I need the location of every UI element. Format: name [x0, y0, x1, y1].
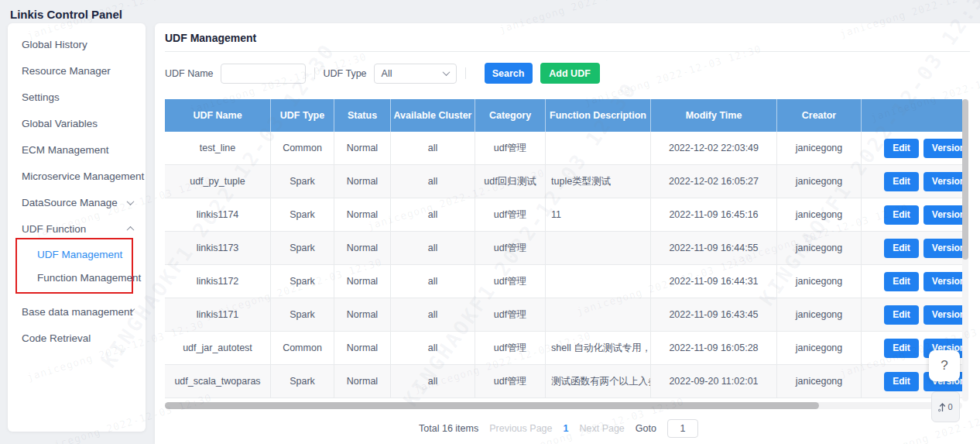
udf-type-selected-value: All — [382, 68, 392, 79]
sidebar-item-ecm-management[interactable]: ECM Management — [8, 136, 146, 163]
chevron-down-icon — [442, 68, 450, 76]
version-list-button[interactable]: Version List — [923, 172, 962, 191]
column-header-actions — [862, 99, 962, 132]
cell-category: udf管理 — [475, 265, 546, 298]
cell-creator: janicegong — [777, 165, 862, 198]
column-header-udf-type: UDF Type — [271, 99, 334, 132]
udf-type-select[interactable]: All — [374, 64, 457, 84]
cell-udf-name: udf_jar_autotest — [165, 332, 271, 365]
cell-modify-time: 2022-11-09 16:43:45 — [651, 298, 777, 332]
cell-status: Normal — [334, 298, 391, 332]
cell-modify-time: 2022-11-09 16:44:55 — [651, 232, 777, 265]
cell-udf-type: Common — [271, 132, 334, 165]
version-list-button[interactable]: Version List — [923, 139, 962, 158]
chevron-up-icon — [127, 225, 135, 233]
cell-creator: janicegong — [777, 265, 862, 298]
cell-status: Normal — [334, 132, 391, 165]
cell-modify-time: 2022-11-09 16:44:31 — [651, 265, 777, 298]
cell-cluster: all — [391, 165, 475, 198]
sidebar-subitem-udf-management[interactable]: UDF Management — [17, 243, 132, 266]
upload-status-button[interactable]: 0 — [931, 391, 960, 422]
divider — [165, 51, 970, 52]
edit-button[interactable]: Edit — [884, 339, 919, 358]
cell-udf-type: Spark — [271, 298, 334, 332]
udf-type-label: UDF Type — [324, 68, 367, 79]
cell-cluster: all — [391, 132, 475, 165]
search-button[interactable]: Search — [485, 63, 533, 84]
main-content: UDF Management UDF Name UDF Type All Sea… — [155, 23, 980, 444]
cell-category: udf管理 — [475, 332, 546, 365]
udf-table: UDF Name UDF Type Status Available Clust… — [165, 99, 962, 398]
cell-udf-name: linkis1171 — [165, 298, 271, 332]
sidebar-item-label: UDF Function — [22, 223, 86, 235]
column-header-available-cluster: Available Cluster — [391, 99, 475, 132]
column-header-status: Status — [334, 99, 391, 132]
cell-description — [546, 132, 651, 165]
cell-cluster: all — [391, 332, 475, 365]
cell-cluster: all — [391, 365, 475, 398]
cell-creator: janicegong — [777, 365, 862, 398]
version-list-button[interactable]: Version List — [923, 305, 962, 325]
sidebar-item-label: ECM Management — [22, 144, 109, 156]
cell-description — [546, 232, 651, 265]
cell-description: 测试函数有两个以上入参... — [546, 365, 651, 398]
pagination: Total 16 items Previous Page 1 Next Page… — [155, 419, 962, 438]
cell-status: Normal — [334, 198, 391, 232]
edit-button[interactable]: Edit — [884, 205, 919, 225]
edit-button[interactable]: Edit — [884, 272, 919, 291]
cell-creator: janicegong — [777, 132, 862, 165]
sidebar-item-base-data-management[interactable]: Base data management — [8, 298, 146, 325]
vertical-scrollbar-track — [962, 99, 968, 401]
sidebar-item-microservice-management[interactable]: Microservice Management — [8, 163, 146, 189]
upload-arrow-icon — [938, 402, 947, 412]
goto-page-input[interactable] — [667, 419, 698, 438]
add-udf-button[interactable]: Add UDF — [540, 63, 600, 84]
version-list-button[interactable]: Version List — [923, 205, 962, 225]
next-page-button[interactable]: Next Page — [579, 423, 624, 434]
cell-actions: Edit Version List — [862, 132, 962, 165]
cell-creator: janicegong — [777, 332, 862, 365]
cell-modify-time: 2022-11-09 16:05:28 — [651, 332, 777, 365]
sidebar-subitem-function-management[interactable]: Function Management — [17, 266, 132, 289]
cell-category: udf管理 — [475, 232, 546, 265]
cell-cluster: all — [391, 298, 475, 332]
chevron-down-icon — [127, 198, 135, 205]
sidebar-item-settings[interactable]: Settings — [8, 84, 146, 110]
column-header-category: Category — [475, 99, 546, 132]
udf-table-grid: UDF Name UDF Type Status Available Clust… — [165, 99, 962, 398]
sidebar-item-global-history[interactable]: Global History — [8, 31, 146, 57]
cell-actions: Edit Version List — [862, 165, 962, 198]
cell-udf-type: Spark — [271, 265, 334, 298]
vertical-scrollbar-thumb[interactable] — [962, 99, 968, 260]
goto-label: Goto — [636, 423, 656, 434]
sidebar-item-datasource-manage[interactable]: DataSource Manage — [8, 189, 146, 215]
help-button[interactable]: ? — [929, 350, 960, 381]
sidebar-item-resource-manager[interactable]: Resource Manager — [8, 57, 146, 84]
edit-button[interactable]: Edit — [884, 139, 919, 158]
cell-category: udf回归测试 — [475, 165, 546, 198]
edit-button[interactable]: Edit — [884, 172, 919, 191]
cell-description: 11 — [546, 198, 651, 232]
cell-udf-type: Spark — [271, 365, 334, 398]
udf-name-label: UDF Name — [165, 68, 214, 79]
cell-modify-time: 2022-11-09 16:45:16 — [651, 198, 777, 232]
cell-status: Normal — [334, 232, 391, 265]
version-list-button[interactable]: Version List — [923, 272, 962, 291]
edit-button[interactable]: Edit — [884, 305, 919, 325]
previous-page-button[interactable]: Previous Page — [489, 423, 552, 434]
current-page-number[interactable]: 1 — [564, 423, 569, 434]
cell-udf-type: Common — [271, 332, 334, 365]
divider — [465, 67, 466, 79]
sidebar-item-label: Resource Manager — [22, 65, 111, 77]
sidebar-item-global-variables[interactable]: Global Variables — [8, 110, 146, 136]
sidebar-item-label: Global Variables — [22, 118, 98, 129]
page-title: Linkis Control Panel — [10, 8, 122, 21]
cell-status: Normal — [334, 365, 391, 398]
edit-button[interactable]: Edit — [884, 372, 919, 391]
edit-button[interactable]: Edit — [884, 239, 919, 258]
horizontal-scrollbar-thumb[interactable] — [165, 402, 819, 409]
udf-name-input[interactable] — [221, 64, 306, 84]
column-header-udf-name: UDF Name — [165, 99, 271, 132]
sidebar-item-code-retrieval[interactable]: Code Retrieval — [8, 325, 146, 351]
version-list-button[interactable]: Version List — [923, 239, 962, 258]
